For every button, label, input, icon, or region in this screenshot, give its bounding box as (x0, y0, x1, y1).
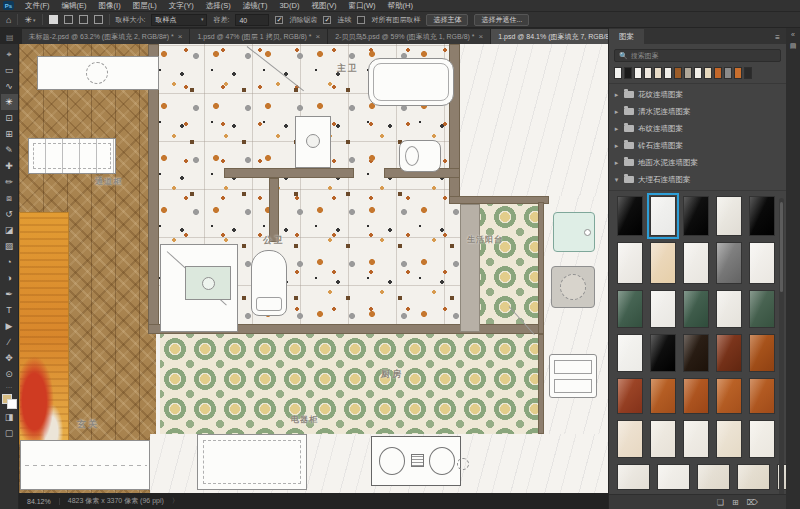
sample-all-layers-checkbox[interactable] (357, 16, 365, 24)
contiguous-checkbox[interactable]: ✓ (323, 16, 331, 24)
pattern-swatch-3-3[interactable] (716, 334, 742, 372)
pattern-swatch-5-3[interactable] (716, 420, 742, 458)
patterns-panel-tab[interactable]: 图案 (609, 29, 644, 44)
lasso-tool[interactable]: ∿ (1, 78, 18, 94)
quick-mask-icon[interactable]: ◨ (1, 409, 18, 425)
documents-icon[interactable]: ▤ (0, 33, 22, 44)
document-tab-2[interactable]: 2-贝贝鸟5.psd @ 59% (图案填充 1, RGB/8) *× (328, 29, 491, 44)
home-icon[interactable]: ⌂ (6, 13, 11, 27)
eraser-tool[interactable]: ◪ (1, 222, 18, 238)
chevron-right-icon[interactable]: ▸ (613, 159, 620, 167)
pattern-swatch-6-1[interactable] (657, 464, 690, 490)
status-chevron-icon[interactable]: 〉 (172, 496, 179, 506)
crop-tool[interactable]: ⊡ (1, 110, 18, 126)
pattern-group-2[interactable]: ▸布纹连墙图案 (613, 120, 786, 137)
pattern-swatch-4-0[interactable] (617, 378, 643, 414)
tool-preset-dropdown[interactable]: ✳ ▾ (24, 13, 35, 27)
healing-brush-tool[interactable]: ✚ (1, 158, 18, 174)
collapse-panels-icon[interactable]: « (791, 31, 795, 38)
delete-icon[interactable]: ⌦ (747, 498, 758, 507)
document-canvas[interactable]: 主卫 公卫 生活阳台 厨房 电器柜 通道柜 玄关 (19, 44, 608, 493)
pattern-swatch-1-2[interactable] (683, 242, 709, 284)
sample-size-dropdown[interactable]: 取样点 ▾ (151, 14, 207, 26)
panel-menu-icon[interactable]: ≡ (775, 33, 786, 44)
menu-item-7[interactable]: 3D(D) (274, 0, 304, 12)
recent-pattern-thumb-8[interactable] (694, 67, 702, 79)
tab-close-icon[interactable]: × (316, 32, 321, 41)
recent-pattern-thumb-9[interactable] (704, 67, 712, 79)
magic-wand-tool[interactable]: ✳ (1, 94, 18, 110)
screen-mode-icon[interactable]: ▢ (1, 425, 18, 441)
pattern-group-4[interactable]: ▸地面水泥连墙图案 (613, 154, 786, 171)
pattern-swatch-3-0[interactable] (617, 334, 643, 372)
recent-pattern-thumb-5[interactable] (664, 67, 672, 79)
pattern-group-5[interactable]: ▾大理石连墙图案 (613, 171, 786, 188)
pattern-swatch-3-4[interactable] (749, 334, 775, 372)
pattern-swatch-2-4[interactable] (749, 290, 775, 328)
pattern-swatch-5-2[interactable] (683, 420, 709, 458)
pattern-swatch-2-1[interactable] (650, 290, 676, 328)
pattern-swatch-3-2[interactable] (683, 334, 709, 372)
panel-scrollbar[interactable] (779, 198, 784, 498)
background-color-swatch[interactable] (7, 399, 17, 409)
intersect-selection-mode-icon[interactable] (94, 15, 103, 24)
pattern-swatch-2-2[interactable] (683, 290, 709, 328)
pattern-swatch-4-1[interactable] (650, 378, 676, 414)
pattern-swatch-1-1[interactable] (650, 242, 676, 284)
menu-item-9[interactable]: 窗口(W) (343, 0, 380, 12)
recent-pattern-thumb-13[interactable] (744, 67, 752, 79)
frame-tool[interactable]: ⊞ (1, 126, 18, 142)
chevron-right-icon[interactable]: ▸ (613, 108, 620, 116)
recent-pattern-thumb-12[interactable] (734, 67, 742, 79)
pattern-swatch-5-1[interactable] (650, 420, 676, 458)
chevron-right-icon[interactable]: ▸ (613, 125, 620, 133)
eyedropper-tool[interactable]: ✎ (1, 142, 18, 158)
pattern-swatch-5-0[interactable] (617, 420, 643, 458)
pattern-swatch-2-0[interactable] (617, 290, 643, 328)
select-subject-button[interactable]: 选择主体 (426, 14, 468, 26)
menu-item-8[interactable]: 视图(V) (306, 0, 341, 12)
recent-pattern-thumb-2[interactable] (634, 67, 642, 79)
new-pattern-icon[interactable]: ⊞ (732, 498, 739, 507)
menu-item-4[interactable]: 文字(Y) (164, 0, 199, 12)
clone-stamp-tool[interactable]: ⧈ (1, 190, 18, 206)
history-brush-tool[interactable]: ↺ (1, 206, 18, 222)
pattern-group-0[interactable]: ▸花纹连墙图案 (613, 86, 786, 103)
zoom-tool[interactable]: ⊙ (1, 366, 18, 382)
chevron-right-icon[interactable]: ▸ (613, 142, 620, 150)
menu-item-10[interactable]: 帮助(H) (383, 0, 418, 12)
menu-item-6[interactable]: 滤镜(T) (238, 0, 273, 12)
brush-tool[interactable]: ✏ (1, 174, 18, 190)
blur-tool[interactable]: ◔ (1, 254, 18, 270)
recent-pattern-thumb-11[interactable] (724, 67, 732, 79)
pattern-swatch-3-1[interactable] (650, 334, 676, 372)
pattern-swatch-4-4[interactable] (749, 378, 775, 414)
panel-list-icon[interactable]: ▤ (790, 42, 797, 50)
recent-pattern-thumb-3[interactable] (644, 67, 652, 79)
toolbar-ellipsis-icon[interactable]: … (6, 382, 13, 392)
pattern-swatch-0-0[interactable] (617, 196, 643, 236)
menu-item-5[interactable]: 选择(S) (201, 0, 236, 12)
chevron-down-icon[interactable]: ▾ (613, 176, 620, 184)
pattern-group-3[interactable]: ▸砖石连墙图案 (613, 137, 786, 154)
pattern-group-1[interactable]: ▸清水泥连墙图案 (613, 103, 786, 120)
marquee-tool[interactable]: ▭ (1, 62, 18, 78)
hand-tool[interactable]: ✥ (1, 350, 18, 366)
menu-item-1[interactable]: 编辑(E) (57, 0, 92, 12)
dodge-tool[interactable]: ◑ (1, 270, 18, 286)
pattern-swatch-6-2[interactable] (697, 464, 730, 490)
search-input[interactable] (631, 52, 761, 59)
pen-tool[interactable]: ✒ (1, 286, 18, 302)
select-and-mask-button[interactable]: 选择并遮住... (474, 14, 529, 26)
pattern-swatch-0-4[interactable] (749, 196, 775, 236)
pattern-swatch-0-1[interactable] (650, 196, 676, 236)
line-tool[interactable]: ∕ (1, 334, 18, 350)
pattern-swatch-0-3[interactable] (716, 196, 742, 236)
new-selection-mode-icon[interactable] (49, 15, 58, 24)
subtract-selection-mode-icon[interactable] (79, 15, 88, 24)
gradient-tool[interactable]: ▨ (1, 238, 18, 254)
pattern-swatch-1-3[interactable] (716, 242, 742, 284)
menu-item-2[interactable]: 图像(I) (94, 0, 126, 12)
pattern-swatch-6-3[interactable] (737, 464, 770, 490)
menu-item-0[interactable]: 文件(F) (20, 0, 55, 12)
